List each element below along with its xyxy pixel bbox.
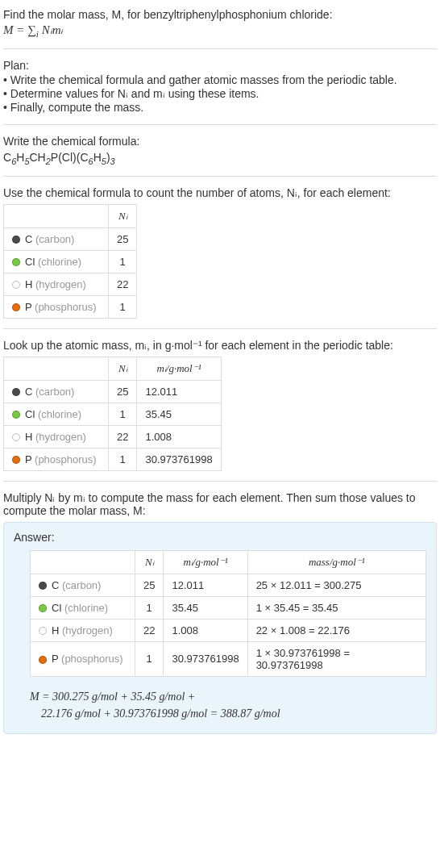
table-row: H (hydrogen) 22 1.008 22 × 1.008 = 22.17… xyxy=(31,619,426,641)
table-row: H (hydrogen) 22 1.008 xyxy=(4,425,222,448)
swatch-icon xyxy=(12,258,20,266)
element-symbol: P xyxy=(52,653,58,665)
swatch-icon xyxy=(12,388,20,396)
swatch-icon xyxy=(12,281,20,289)
plan-item: • Determine values for Nᵢ and mᵢ using t… xyxy=(3,87,437,100)
header-mi: mᵢ/g·mol⁻¹ xyxy=(137,357,221,380)
table-row: C (carbon) 25 xyxy=(4,227,137,250)
cell-mass: 22 × 1.008 = 22.176 xyxy=(247,619,425,641)
plan-item: • Finally, compute the mass. xyxy=(3,101,437,114)
multiply-heading: Multiply Nᵢ by mᵢ to compute the mass fo… xyxy=(3,491,437,517)
table-header-row: Nᵢ xyxy=(4,204,137,227)
count-heading: Use the chemical formula to count the nu… xyxy=(3,186,437,199)
cell-ni: 22 xyxy=(109,425,137,448)
element-symbol: H xyxy=(25,278,32,290)
cell-ni: 25 xyxy=(109,227,137,250)
element-symbol: P xyxy=(25,301,31,313)
element-symbol: Cl xyxy=(52,602,61,614)
swatch-icon xyxy=(12,411,20,419)
table-header-row: Nᵢ mᵢ/g·mol⁻¹ xyxy=(4,357,222,380)
element-name: (hydrogen) xyxy=(35,431,86,443)
table-row: Cl (chlorine) 1 35.45 xyxy=(4,403,222,425)
plan-section: Plan: • Write the chemical formula and g… xyxy=(3,56,437,125)
table-row: C (carbon) 25 12.011 25 × 12.011 = 300.2… xyxy=(31,574,426,596)
swatch-icon xyxy=(12,433,20,441)
intro-text: Find the molar mass, M, for benzyltriphe… xyxy=(3,8,437,21)
eq-right: Nᵢmᵢ xyxy=(39,23,64,36)
cell-mi: 30.973761998 xyxy=(164,641,247,676)
cell-mi: 1.008 xyxy=(137,425,221,448)
count-table: Nᵢ C (carbon) 25 Cl (chlorine) 1 H (hydr… xyxy=(3,204,137,319)
swatch-icon xyxy=(39,656,47,664)
cell-ni: 1 xyxy=(135,641,164,676)
swatch-icon xyxy=(12,236,20,244)
cell-ni: 22 xyxy=(135,619,164,641)
plan-item: • Write the chemical formula and gather … xyxy=(3,73,437,86)
cell-ni: 25 xyxy=(135,574,164,596)
table-row: C (carbon) 25 12.011 xyxy=(4,380,222,403)
cell-mi: 35.45 xyxy=(164,596,247,619)
final-line1: M = 300.275 g/mol + 35.45 g/mol + xyxy=(30,688,426,705)
element-symbol: H xyxy=(25,431,32,443)
table-row: H (hydrogen) 22 xyxy=(4,273,137,295)
final-calc: M = 300.275 g/mol + 35.45 g/mol + 22.176… xyxy=(14,688,426,722)
swatch-icon xyxy=(39,582,47,590)
element-name: (chlorine) xyxy=(64,602,108,614)
cell-mi: 35.45 xyxy=(137,403,221,425)
element-name: (phosphorus) xyxy=(35,301,97,313)
answer-box: Answer: Nᵢ mᵢ/g·mol⁻¹ mass/g·mol⁻¹ C (ca… xyxy=(3,522,437,734)
intro-section: Find the molar mass, M, for benzyltriphe… xyxy=(3,5,437,49)
swatch-icon xyxy=(12,303,20,311)
table-row: Cl (chlorine) 1 35.45 1 × 35.45 = 35.45 xyxy=(31,596,426,619)
element-name: (carbon) xyxy=(35,233,74,245)
cell-mass: 1 × 30.973761998 = 30.973761998 xyxy=(247,641,425,676)
table-row: P (phosphorus) 1 30.973761998 1 × 30.973… xyxy=(31,641,426,676)
cell-ni: 1 xyxy=(109,295,137,318)
element-symbol: Cl xyxy=(25,408,35,420)
element-symbol: H xyxy=(52,624,59,636)
element-name: (carbon) xyxy=(62,579,101,591)
chem-formula-heading: Write the chemical formula: xyxy=(3,135,437,148)
masses-table: Nᵢ mᵢ/g·mol⁻¹ C (carbon) 25 12.011 Cl (c… xyxy=(3,357,222,471)
swatch-icon xyxy=(39,604,47,612)
element-symbol: P xyxy=(25,453,31,465)
swatch-icon xyxy=(12,456,20,464)
cell-ni: 22 xyxy=(109,273,137,295)
masses-section: Look up the atomic mass, mᵢ, in g·mol⁻¹ … xyxy=(3,336,437,482)
header-mass: mass/g·mol⁻¹ xyxy=(247,550,425,574)
chemical-formula-section: Write the chemical formula: C6H5CH2P(Cl)… xyxy=(3,131,437,177)
cell-ni: 1 xyxy=(109,403,137,425)
element-name: (carbon) xyxy=(35,386,74,398)
cell-ni: 1 xyxy=(109,448,137,470)
cell-mi: 30.973761998 xyxy=(137,448,221,470)
table-row: P (phosphorus) 1 30.973761998 xyxy=(4,448,222,470)
element-name: (phosphorus) xyxy=(61,653,123,665)
element-symbol: C xyxy=(25,233,32,245)
header-ni: Nᵢ xyxy=(135,550,164,574)
answer-label: Answer: xyxy=(14,531,426,544)
eq-left: M = ∑ xyxy=(3,23,36,36)
header-ni: Nᵢ xyxy=(109,204,137,227)
cell-mass: 1 × 35.45 = 35.45 xyxy=(247,596,425,619)
element-name: (chlorine) xyxy=(38,256,81,268)
answer-table: Nᵢ mᵢ/g·mol⁻¹ mass/g·mol⁻¹ C (carbon) 25… xyxy=(30,550,426,677)
element-symbol: Cl xyxy=(25,256,35,268)
chem-formula: C6H5CH2P(Cl)(C6H5)3 xyxy=(3,151,437,166)
plan-heading: Plan: xyxy=(3,59,437,72)
element-name: (hydrogen) xyxy=(62,624,113,636)
intro-equation: M = ∑i Nᵢmᵢ xyxy=(3,23,437,39)
cell-ni: 1 xyxy=(109,250,137,273)
element-symbol: C xyxy=(25,386,32,398)
cell-mi: 12.011 xyxy=(164,574,247,596)
element-symbol: C xyxy=(52,579,59,591)
element-name: (hydrogen) xyxy=(35,278,86,290)
final-line2: 22.176 g/mol + 30.973761998 g/mol = 388.… xyxy=(30,705,426,722)
table-row: P (phosphorus) 1 xyxy=(4,295,137,318)
cell-mass: 25 × 12.011 = 300.275 xyxy=(247,574,425,596)
cell-mi: 12.011 xyxy=(137,380,221,403)
element-name: (chlorine) xyxy=(38,408,81,420)
cell-mi: 1.008 xyxy=(164,619,247,641)
header-mi: mᵢ/g·mol⁻¹ xyxy=(164,550,247,574)
table-row: Cl (chlorine) 1 xyxy=(4,250,137,273)
table-header-row: Nᵢ mᵢ/g·mol⁻¹ mass/g·mol⁻¹ xyxy=(31,550,426,574)
